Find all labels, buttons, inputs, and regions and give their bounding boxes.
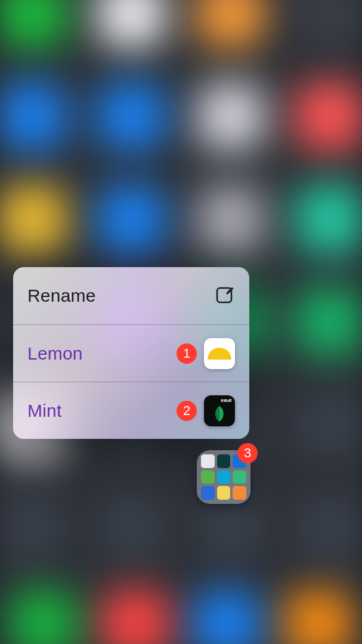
folder-badge: 3: [237, 443, 258, 463]
app-row-mint[interactable]: Mint 2 intuit: [13, 382, 249, 439]
folder-context-menu: Rename Lemon 1: [13, 267, 249, 439]
badge-mint: 2: [177, 401, 197, 421]
mint-brand-label: intuit: [221, 398, 231, 403]
badge-count-mint: 2: [178, 404, 195, 417]
folder-mini-app-icon: [233, 486, 246, 500]
folder-mini-app-icon: [201, 486, 215, 500]
app-label-lemon: Lemon: [27, 343, 177, 364]
rename-row[interactable]: Rename: [13, 267, 249, 324]
folder-mini-app-icon: [217, 486, 231, 500]
finance-folder-preview[interactable]: 3: [197, 450, 250, 504]
folder-badge-count: 3: [239, 447, 256, 460]
folder-mini-app-icon: [217, 470, 231, 484]
app-row-lemon[interactable]: Lemon 1: [13, 324, 249, 382]
folder-mini-app-icon: [201, 470, 215, 484]
badge-lemon: 1: [177, 343, 197, 364]
mint-app-icon: intuit: [204, 395, 235, 426]
folder-mini-app-icon: [233, 470, 246, 484]
badge-count-lemon: 1: [178, 347, 195, 360]
folder-mini-app-icon: [201, 454, 215, 468]
rename-label: Rename: [27, 286, 215, 306]
app-label-mint: Mint: [27, 401, 177, 421]
edit-icon: [215, 286, 235, 306]
folder-mini-app-icon: [217, 454, 231, 468]
lemon-app-icon: [204, 338, 235, 369]
